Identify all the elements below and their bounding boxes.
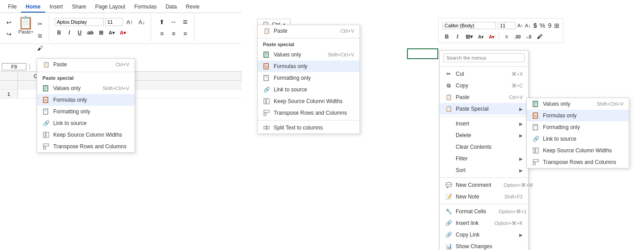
ctx-paste-label: Paste [456,94,496,100]
middle-paste-item[interactable]: 📋 Paste Ctrl+V [258,25,360,37]
left-formulas-only[interactable]: fx Formulas only [37,94,135,106]
borders-button[interactable]: ⊞ [97,29,106,37]
right-font-family[interactable] [442,22,496,29]
cut-button[interactable]: ✂ [34,18,45,29]
tab-file[interactable]: File [4,2,21,13]
ctx-copy-link-arrow: ▶ [519,233,523,237]
align-top-button[interactable]: ⬆ [157,17,167,27]
left-paste-special-label: Paste special [37,73,135,82]
left-link-source[interactable]: 🔗 Link to source [37,117,135,129]
align-middle-button[interactable]: ↔ [168,17,179,27]
font-color-button[interactable]: A▾ [118,29,128,37]
left-keep-col-widths[interactable]: Keep Source Column Widths [37,129,135,141]
right-number-format[interactable]: .00 [513,34,522,40]
tab-formulas[interactable]: Formulas [130,2,161,13]
tab-page-layout[interactable]: Page Layout [91,2,130,13]
ctx-clear-contents[interactable]: Clear Contents [440,141,528,153]
ctx-new-comment[interactable]: 💬 New Comment Option+⌘+M [440,179,528,191]
right-font-size[interactable] [498,22,516,29]
ctx-format-cells[interactable]: 🔧 Format Cells Option+⌘+1 [440,206,528,217]
align-left-button[interactable]: ≡ [157,28,167,39]
ctx-insert-link[interactable]: 🔗 Insert link Option+⌘+K [440,217,528,229]
bold-button[interactable]: B [55,29,64,37]
right-font-size-up[interactable]: $ [533,20,538,31]
right-name-box[interactable] [407,48,438,59]
left-values-only[interactable]: Values only Shift+Ctrl+V [37,82,135,94]
svg-rect-10 [264,110,269,112]
right-increase-font[interactable]: A↑ [517,20,523,31]
undo-button[interactable]: ↩ [4,17,14,28]
right-font-color[interactable]: A▾ [487,34,496,40]
svg-rect-7 [265,76,267,78]
align-center-button[interactable]: ≡ [168,28,179,39]
ctx-filter[interactable]: Filter ▶ [440,153,528,164]
sub-values-only[interactable]: Values only Shift+Ctrl+V [527,98,629,110]
copy-button[interactable]: ⧉ [34,30,45,41]
ctx-paste-special[interactable]: 📋 Paste Special ▶ [440,103,528,115]
sub-transpose[interactable]: Transpose Rows and Columns [527,156,629,168]
sub-formulas-only[interactable]: fx Formulas only [527,110,629,121]
right-decrease-decimal[interactable]: -.0 [524,34,533,40]
right-comma[interactable]: 9 [547,20,552,31]
menu-search-container [440,51,528,65]
strikethrough-button[interactable]: ab [85,29,95,37]
right-bold[interactable]: B [442,33,451,41]
format-painter-button[interactable]: 🖌 [34,43,45,53]
middle-formulas-only[interactable]: fx Formulas only [258,60,360,72]
ctx-paste[interactable]: 📋 Paste Ctrl+V [440,91,528,103]
sub-link-source[interactable]: 🔗 Link to source [527,133,629,145]
ctx-show-changes-icon: 📊 [445,243,452,250]
right-percent[interactable]: % [540,20,545,31]
sub-keep-col-widths[interactable]: Keep Source Column Widths [527,145,629,156]
name-box[interactable] [2,63,26,70]
svg-rect-8 [264,99,266,104]
sub-formatting-icon [532,124,539,131]
decrease-font-button[interactable]: A↓ [136,17,147,27]
menu-search-input[interactable] [443,53,525,62]
middle-link-source[interactable]: 🔗 Link to source [258,84,360,95]
right-align-left[interactable]: ≡ [502,33,511,41]
grid-corner [0,72,18,80]
ctx-copy[interactable]: ⧉ Copy ⌘+C [440,80,528,91]
col-widths-icon [263,98,270,105]
font-size-input[interactable] [105,18,123,26]
italic-button[interactable]: I [65,29,74,37]
ctx-new-note[interactable]: 📝 New Note Shift+F2 [440,191,528,203]
tab-share[interactable]: Share [68,2,91,13]
ctx-sort[interactable]: Sort ▶ [440,164,528,176]
tab-insert[interactable]: Insert [45,2,68,13]
svg-rect-25 [43,144,49,146]
font-family-input[interactable] [55,18,104,26]
right-borders[interactable]: ⊞▾ [464,33,475,41]
tab-data[interactable]: Data [161,2,181,13]
right-italic[interactable]: I [453,33,462,41]
middle-transpose[interactable]: Transpose Rows and Columns [258,107,360,119]
tab-review[interactable]: Revie [182,2,204,13]
ctx-copy-link[interactable]: 🔗 Copy Link ▶ [440,229,528,241]
right-format-table[interactable]: ⊞ [554,20,559,31]
middle-formatting-only[interactable]: Formatting only [258,72,360,84]
ctx-insert[interactable]: Insert ▶ [440,118,528,129]
increase-font-button[interactable]: A↑ [124,17,135,27]
fill-color-button[interactable]: A▾ [107,29,117,37]
left-formulas-icon: fx [42,96,50,103]
ctx-cut[interactable]: ✂ Cut ⌘+X [440,68,528,80]
align-right-button[interactable]: ≡ [180,28,191,39]
left-paste-item[interactable]: 📋 Paste Ctrl+V [37,59,135,70]
left-transpose[interactable]: Transpose Rows and Columns [37,141,135,152]
right-decrease-font[interactable]: A↓ [525,20,531,31]
middle-keep-col-widths[interactable]: Keep Source Column Widths [258,95,360,107]
right-fill-color[interactable]: A▾ [476,34,485,40]
right-erase[interactable]: 🖌 [535,33,544,41]
middle-values-only[interactable]: Values only Shift+Ctrl+V [258,49,360,60]
paste-button[interactable]: 📋 Paste ▾ [18,17,34,34]
align-bottom-button[interactable]: ≡ [180,17,191,27]
ctx-show-changes[interactable]: 📊 Show Changes [440,241,528,250]
redo-button[interactable]: ↪ [4,29,14,39]
ctx-delete[interactable]: Delete ▶ [440,129,528,141]
underline-button[interactable]: U [75,29,84,37]
middle-split-text[interactable]: Split Text to columns [258,122,360,134]
sub-formatting-only[interactable]: Formatting only [527,121,629,133]
tab-home[interactable]: Home [21,2,45,13]
left-formatting-only[interactable]: Formatting only [37,106,135,117]
